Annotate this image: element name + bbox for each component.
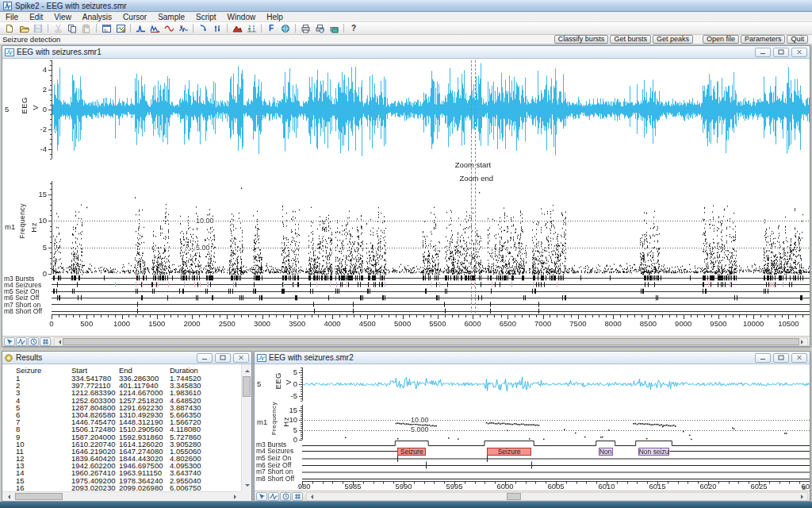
script-button-group: Classify burstsGet burstsGet peaks (553, 35, 693, 44)
channel-units-hz: Hz (29, 222, 38, 233)
results-minimize-button[interactable] (197, 353, 213, 363)
results-close-button[interactable] (233, 353, 249, 363)
print-capture-button[interactable] (327, 23, 341, 34)
pointer-tool-icon[interactable] (4, 337, 15, 346)
result-view-button[interactable] (230, 23, 244, 34)
virtual-channel-f-icon: F (269, 25, 274, 33)
smr2-h-scrollbar[interactable] (306, 492, 808, 501)
scroll-down-icon[interactable] (242, 481, 251, 491)
copy-button[interactable] (65, 23, 79, 34)
channel-title-frequency: Frequency (270, 402, 278, 435)
smr1-footer-toolbar (2, 336, 810, 346)
script-action-button[interactable]: Get peaks (653, 35, 693, 44)
menu-item[interactable]: Cursor (117, 12, 152, 22)
results-h-thumb[interactable] (15, 493, 63, 500)
seizure-marker[interactable]: Seizure (487, 448, 531, 456)
smr1-plot-area: 5EEGVm1FrequencyHzm3 Burstsm4 Seizuresm5… (2, 59, 810, 336)
import-button[interactable] (196, 23, 210, 34)
sampling-configuration-button[interactable] (99, 23, 113, 34)
non-seizure-marker[interactable]: Non seizu (638, 448, 670, 456)
open-file-button[interactable] (17, 23, 31, 34)
pointer-tool-icon[interactable] (256, 492, 267, 501)
virtual-channel-button[interactable]: F (264, 23, 278, 34)
smr1-scroll-thumb[interactable] (63, 338, 799, 345)
menu-item[interactable]: File (0, 12, 24, 22)
results-v-thumb[interactable] (243, 376, 251, 397)
power-spectrum-button[interactable] (147, 23, 162, 34)
script-run-button[interactable] (278, 23, 293, 34)
menu-item[interactable]: Window (222, 12, 262, 22)
cursor-tool-button[interactable] (244, 23, 259, 34)
script-action-button[interactable]: Get bursts (610, 35, 651, 44)
wave-tool-icon[interactable] (16, 337, 27, 346)
smr1-minimize-button[interactable] (755, 48, 771, 57)
app-title: Spike2 - EEG with seizures.smr (15, 2, 127, 10)
results-table-body: 1 334.541780 336.286300 1.744520 2 397.7… (2, 375, 241, 491)
scroll-right-icon[interactable] (801, 340, 806, 344)
new-file-button[interactable] (2, 23, 17, 34)
results-content: Seizure Start End Duration 1 334.541780 … (2, 364, 251, 501)
channel-units-v: V (31, 105, 40, 110)
scroll-left-icon[interactable] (2, 492, 13, 501)
toolbar-separator (48, 24, 48, 33)
correlation-button[interactable] (162, 23, 176, 34)
smr1-titlebar[interactable]: EEG with seizures.smr1 (2, 46, 810, 59)
toolbar: F ? (0, 22, 812, 35)
script-bar-label: Seizure detection (2, 35, 60, 44)
smr2-scroll-thumb[interactable] (507, 493, 521, 500)
menu-item[interactable]: Sample (152, 12, 190, 22)
print-preview-button[interactable] (312, 23, 327, 34)
clock-tool-icon[interactable] (280, 492, 291, 501)
results-v-scrollbar[interactable] (241, 364, 251, 491)
script-file-button[interactable]: Parameters (741, 35, 786, 44)
file-button-group: Open fileParametersQuit (701, 35, 808, 44)
print-button[interactable] (298, 23, 312, 34)
smr1-maximize-button[interactable] (773, 48, 789, 57)
help-button[interactable]: ? (347, 23, 361, 34)
scroll-up-icon[interactable] (242, 364, 251, 375)
clock-tool-icon[interactable] (28, 337, 39, 346)
menubar: FileEditViewAnalysisCursorSampleScriptWi… (0, 12, 812, 22)
toolbar-separator (261, 24, 262, 33)
menu-item[interactable]: Help (261, 12, 289, 22)
smr1-h-scrollbar[interactable] (54, 337, 808, 346)
menu-item[interactable]: Script (190, 12, 222, 22)
menu-item[interactable]: Analysis (77, 12, 117, 22)
script-file-button[interactable]: Quit (787, 35, 808, 44)
rerun-button[interactable] (210, 23, 224, 34)
smr2-close-button[interactable] (791, 353, 807, 363)
smr1-window-title: EEG with seizures.smr1 (17, 48, 753, 56)
results-h-scrollbar[interactable] (2, 491, 241, 501)
smr2-maximize-button[interactable] (773, 353, 789, 363)
non-seizure-marker[interactable]: Non (599, 448, 613, 456)
menu-item[interactable]: View (48, 12, 77, 22)
smr1-close-button[interactable] (791, 48, 807, 57)
channel-title-eeg: EEG (274, 372, 282, 390)
app-titlebar[interactable]: Spike2 - EEG with seizures.smr (0, 0, 812, 12)
scroll-right-icon[interactable] (231, 492, 241, 501)
scroll-left-icon[interactable] (56, 340, 61, 344)
menu-item[interactable]: Edit (24, 12, 48, 22)
grid-tool-icon[interactable] (40, 337, 51, 346)
cut-button[interactable] (51, 23, 65, 34)
scroll-left-icon[interactable] (308, 495, 313, 499)
results-maximize-button[interactable] (215, 353, 231, 363)
edit-configuration-button[interactable] (113, 23, 128, 34)
wave-tool-icon[interactable] (268, 492, 279, 501)
script-action-button[interactable]: Classify bursts (554, 35, 609, 44)
results-titlebar[interactable]: Results (2, 352, 251, 364)
scroll-right-icon[interactable] (801, 495, 806, 499)
script-file-button[interactable]: Open file (703, 35, 739, 44)
smr2-plot-area: SeizureSeizureNonNon seizu 5EEGVm1Freque… (255, 364, 810, 491)
save-button[interactable] (31, 23, 45, 34)
desktop-edge-strip (0, 502, 812, 508)
waveform-average-button[interactable] (133, 23, 147, 34)
channel-number: m1 (5, 222, 15, 231)
waveform-draw-button[interactable] (176, 23, 190, 34)
toolbar-separator (295, 24, 296, 33)
paste-button[interactable] (79, 23, 94, 34)
smr2-minimize-button[interactable] (755, 353, 771, 363)
smr2-titlebar[interactable]: EEG with seizures.smr2 (255, 352, 810, 364)
seizure-marker[interactable]: Seizure (397, 448, 426, 456)
grid-tool-icon[interactable] (292, 492, 303, 501)
